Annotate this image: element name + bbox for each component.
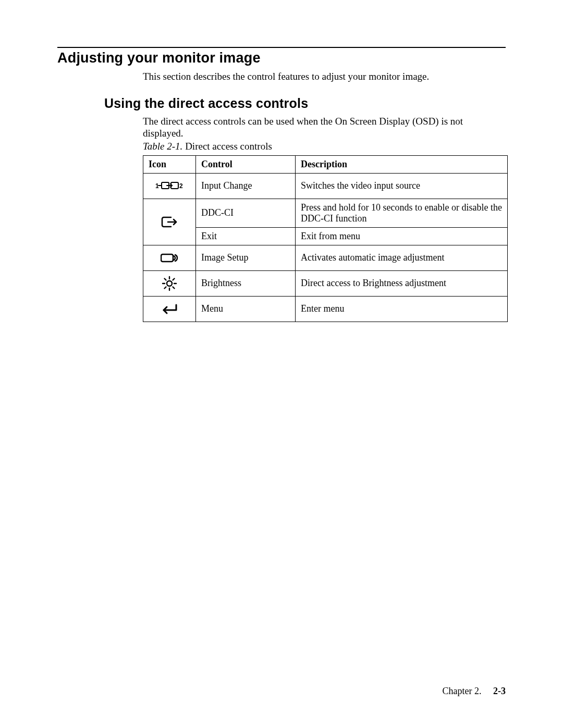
- footer-page-number: 2-3: [493, 686, 506, 696]
- table-row: Exit Exit from menu: [143, 227, 508, 245]
- section-heading: Adjusting your monitor image: [57, 50, 506, 66]
- subsection-intro: The direct access controls can be used w…: [143, 115, 506, 139]
- th-icon: Icon: [143, 155, 196, 173]
- table-header-row: Icon Control Description: [143, 155, 508, 173]
- footer-chapter: Chapter 2.: [443, 686, 482, 696]
- table-row: Brightness Direct access to Brightness a…: [143, 270, 508, 296]
- control-cell: Exit: [196, 227, 296, 245]
- description-cell: Switches the video input source: [296, 173, 508, 199]
- table-row: 1 2 Input Change Switches the video: [143, 173, 508, 199]
- menu-icon: [161, 303, 178, 313]
- table-caption-text: Direct access controls: [185, 141, 272, 152]
- control-cell: DDC-CI: [196, 199, 296, 227]
- icon-cell: [143, 270, 196, 296]
- icon-cell: [143, 296, 196, 322]
- table-row: DDC-CI Press and hold for 10 seconds to …: [143, 199, 508, 227]
- control-cell: Input Change: [196, 173, 296, 199]
- section-rule: [57, 47, 506, 48]
- page-footer: Chapter 2. 2-3: [443, 686, 506, 697]
- svg-line-11: [165, 278, 166, 280]
- subsection-heading: Using the direct access controls: [104, 96, 506, 111]
- icon-cell: [143, 199, 196, 245]
- table-caption-label: Table 2-1.: [143, 141, 182, 152]
- image-setup-icon: [161, 252, 178, 262]
- svg-text:1: 1: [155, 182, 159, 190]
- exit-icon: [161, 216, 178, 226]
- direct-access-controls-table: Icon Control Description 1: [143, 155, 508, 322]
- description-cell: Exit from menu: [296, 227, 508, 245]
- svg-line-13: [165, 287, 166, 288]
- svg-line-14: [173, 278, 175, 280]
- brightness-icon: [162, 277, 177, 288]
- table-caption: Table 2-1. Direct access controls: [143, 141, 506, 152]
- svg-line-12: [173, 287, 175, 288]
- icon-cell: 1 2: [143, 173, 196, 199]
- table-row: Image Setup Activates automatic image ad…: [143, 245, 508, 270]
- th-description: Description: [296, 155, 508, 173]
- svg-point-6: [167, 281, 172, 286]
- description-cell: Press and hold for 10 seconds to enable …: [296, 199, 508, 227]
- icon-cell: [143, 245, 196, 270]
- control-cell: Image Setup: [196, 245, 296, 270]
- control-cell: Brightness: [196, 270, 296, 296]
- input-change-icon: 1 2: [155, 180, 183, 190]
- description-cell: Direct access to Brightness adjustment: [296, 270, 508, 296]
- page: Adjusting your monitor image This sectio…: [0, 0, 563, 728]
- description-cell: Activates automatic image adjustment: [296, 245, 508, 270]
- section-intro: This section describes the control featu…: [143, 70, 506, 82]
- svg-text:2: 2: [179, 182, 183, 190]
- table-row: Menu Enter menu: [143, 296, 508, 322]
- description-cell: Enter menu: [296, 296, 508, 322]
- th-control: Control: [196, 155, 296, 173]
- control-cell: Menu: [196, 296, 296, 322]
